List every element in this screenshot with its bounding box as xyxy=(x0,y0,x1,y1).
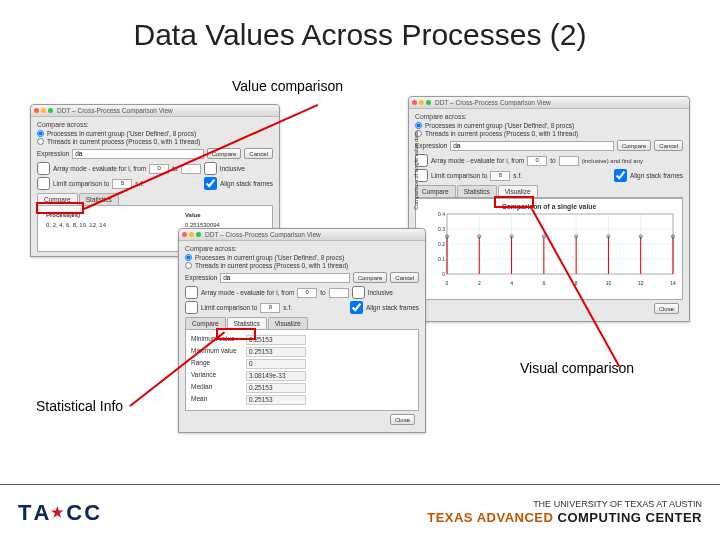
tab-strip: Compare Statistics Visualize xyxy=(415,185,683,198)
array-from-input[interactable]: 0 xyxy=(297,288,317,298)
limit-label: Limit comparison to xyxy=(53,180,109,187)
compare-button[interactable]: Compare xyxy=(353,272,388,283)
array-to-input[interactable] xyxy=(181,164,201,174)
tab-compare[interactable]: Compare xyxy=(37,193,78,205)
cancel-button[interactable]: Cancel xyxy=(390,272,419,283)
limit-value-input[interactable]: 8 xyxy=(260,303,280,313)
cancel-button[interactable]: Cancel xyxy=(654,140,683,151)
svg-text:8: 8 xyxy=(575,280,578,286)
ut-big-b: COMPUTING CENTER xyxy=(558,510,703,525)
inclusive-checkbox[interactable] xyxy=(352,286,365,299)
radio-threads[interactable]: Threads in current process (Process 0, w… xyxy=(415,130,683,137)
array-mode-checkbox[interactable] xyxy=(185,286,198,299)
titlebar[interactable]: DDT – Cross-Process Comparison View xyxy=(31,105,279,117)
align-checkbox[interactable] xyxy=(350,301,363,314)
radio-processes[interactable]: Processes in current group ('User Define… xyxy=(415,122,683,129)
close-button[interactable]: Close xyxy=(654,303,679,314)
svg-text:14: 14 xyxy=(670,280,676,286)
align-checkbox[interactable] xyxy=(204,177,217,190)
stat-median-label: Median xyxy=(191,383,246,393)
svg-text:12: 12 xyxy=(638,280,644,286)
expression-label: Expression xyxy=(415,142,447,149)
expression-input[interactable] xyxy=(450,141,613,151)
svg-text:0.2: 0.2 xyxy=(438,241,445,247)
ut-small-text: THE UNIVERSITY OF TEXAS AT AUSTIN xyxy=(427,499,702,510)
tab-compare[interactable]: Compare xyxy=(185,317,226,329)
titlebar[interactable]: DDT – Cross-Process Comparison View xyxy=(179,229,425,241)
array-mode-checkbox[interactable] xyxy=(37,162,50,175)
svg-text:0: 0 xyxy=(442,271,445,277)
array-to-label: to xyxy=(320,289,325,296)
slide-title: Data Values Across Processes (2) xyxy=(0,0,720,62)
stat-min-value: 0.25153 xyxy=(246,335,306,345)
tab-compare[interactable]: Compare xyxy=(415,185,456,197)
expression-label: Expression xyxy=(37,150,69,157)
stat-max-value: 0.25153 xyxy=(246,347,306,357)
stat-max-label: Maximum value xyxy=(191,347,246,357)
align-label: Align stack frames xyxy=(366,304,419,311)
compare-across-label: Compare across: xyxy=(37,121,273,128)
annot-value-comparison: Value comparison xyxy=(232,78,343,94)
inclusive-label: Inclusive xyxy=(220,165,245,172)
chart-ylabel: Comparison of single value data xyxy=(413,131,419,210)
limit-label: Limit comparison to xyxy=(431,172,487,179)
stat-range-value: 0 xyxy=(246,359,306,369)
array-from-input[interactable]: 0 xyxy=(527,156,547,166)
array-mode-label: Array mode - evaluate for i, from xyxy=(431,157,524,164)
compare-button[interactable]: Compare xyxy=(617,140,652,151)
tacc-logo: TA★CC xyxy=(18,500,101,526)
traffic-lights[interactable] xyxy=(182,232,201,237)
limit-value-input[interactable]: 8 xyxy=(112,179,132,189)
svg-text:6: 6 xyxy=(542,280,545,286)
align-checkbox[interactable] xyxy=(614,169,627,182)
svg-text:0.4: 0.4 xyxy=(438,211,445,217)
radio-processes[interactable]: Processes in current group ('User Define… xyxy=(37,130,273,137)
traffic-lights[interactable] xyxy=(412,100,431,105)
expression-input[interactable] xyxy=(220,273,349,283)
array-to-label: to xyxy=(550,157,555,164)
array-mode-label: Array mode - evaluate for i, from xyxy=(201,289,294,296)
window-statistics: DDT – Cross-Process Comparison View Comp… xyxy=(178,228,426,433)
stat-var-label: Variance xyxy=(191,371,246,381)
limit-sf-label: s.f. xyxy=(283,304,292,311)
array-from-input[interactable]: 0 xyxy=(149,164,169,174)
stat-mean-label: Mean xyxy=(191,395,246,405)
radio-processes[interactable]: Processes in current group ('User Define… xyxy=(185,254,419,261)
limit-checkbox[interactable] xyxy=(37,177,50,190)
stat-min-label: Minimum value xyxy=(191,335,246,345)
radio-threads[interactable]: Threads in current process (Process 0, w… xyxy=(37,138,273,145)
close-button[interactable]: Close xyxy=(390,414,415,425)
inclusive-checkbox[interactable] xyxy=(204,162,217,175)
tab-statistics[interactable]: Statistics xyxy=(79,193,119,205)
traffic-lights[interactable] xyxy=(34,108,53,113)
limit-label: Limit comparison to xyxy=(201,304,257,311)
window-visualize: DDT – Cross-Process Comparison View Comp… xyxy=(408,96,690,322)
chart-title: Comparison of a single value xyxy=(418,203,680,210)
limit-sf-label: s.f. xyxy=(513,172,522,179)
window-title: DDT – Cross-Process Comparison View xyxy=(57,107,173,114)
stats-grid: Minimum value0.25153 Maximum value0.2515… xyxy=(189,333,415,407)
svg-text:4: 4 xyxy=(510,280,513,286)
tab-visualize[interactable]: Visualize xyxy=(268,317,308,329)
svg-text:0.1: 0.1 xyxy=(438,256,445,262)
limit-checkbox[interactable] xyxy=(185,301,198,314)
tab-statistics[interactable]: Statistics xyxy=(227,317,267,329)
expression-input[interactable] xyxy=(72,149,203,159)
limit-value-input[interactable]: 8 xyxy=(490,171,510,181)
tab-strip: Compare Statistics Visualize xyxy=(185,317,419,330)
stat-var-value: 3.08149e-33 xyxy=(246,371,306,381)
compare-button[interactable]: Compare xyxy=(207,148,242,159)
tab-statistics[interactable]: Statistics xyxy=(457,185,497,197)
tab-visualize[interactable]: Visualize xyxy=(498,185,538,197)
array-to-input[interactable] xyxy=(329,288,349,298)
radio-threads[interactable]: Threads in current process (Process 0, w… xyxy=(185,262,419,269)
titlebar[interactable]: DDT – Cross-Process Comparison View xyxy=(409,97,689,109)
svg-text:0: 0 xyxy=(446,280,449,286)
tab-strip: Compare Statistics xyxy=(37,193,273,206)
col-processes: Process(es) xyxy=(43,211,180,219)
cancel-button[interactable]: Cancel xyxy=(244,148,273,159)
slide-footer: TA★CC THE UNIVERSITY OF TEXAS AT AUSTIN … xyxy=(0,484,720,540)
limit-sf-label: s.f. xyxy=(135,180,144,187)
window-title: DDT – Cross-Process Comparison View xyxy=(205,231,321,238)
array-to-input[interactable] xyxy=(559,156,579,166)
